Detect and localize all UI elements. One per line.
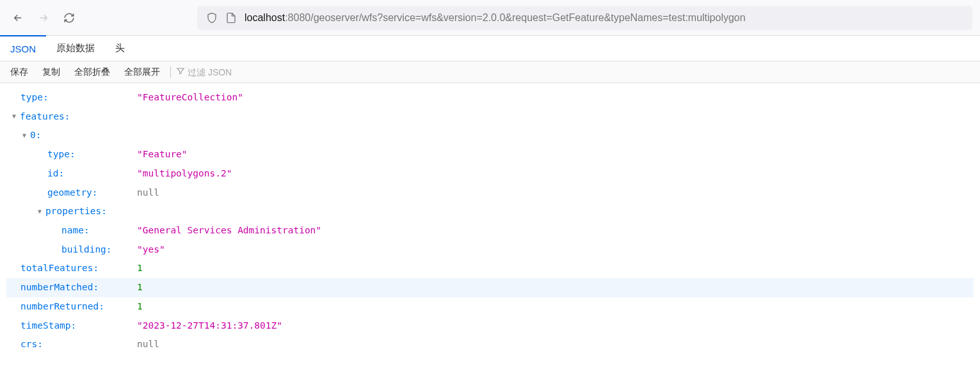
json-row[interactable]: geometry: null [6, 184, 974, 203]
json-row[interactable]: type: "Feature" [6, 145, 974, 164]
json-key: building [61, 240, 106, 260]
json-key: totalFeatures [20, 259, 93, 278]
back-icon[interactable] [12, 12, 24, 24]
tab-raw[interactable]: 原始数据 [46, 35, 105, 61]
url-text: localhost:8080/geoserver/wfs?service=wfs… [245, 12, 746, 24]
url-host: localhost [245, 12, 285, 23]
json-tree: type: "FeatureCollection" ▼ features: ▼ … [0, 83, 980, 359]
json-row[interactable]: building: "yes" [6, 240, 974, 260]
json-row[interactable]: ▼ features: [6, 107, 974, 127]
filter-input[interactable] [188, 67, 264, 77]
json-key: numberReturned [20, 297, 99, 316]
copy-button[interactable]: 复制 [36, 61, 67, 82]
collapse-all-button[interactable]: 全部折叠 [68, 61, 116, 82]
expand-all-button[interactable]: 全部展开 [118, 61, 166, 82]
chevron-down-icon[interactable]: ▼ [36, 205, 44, 219]
json-row[interactable]: id: "multipolygons.2" [6, 164, 974, 184]
page-icon [225, 12, 237, 24]
url-rest: :8080/geoserver/wfs?service=wfs&version=… [285, 12, 746, 23]
viewer-tabs: JSON 原始数据 头 [0, 36, 980, 61]
json-key: crs [20, 335, 37, 354]
json-value: 1 [137, 297, 143, 316]
tab-json[interactable]: JSON [0, 35, 46, 61]
json-row[interactable]: crs: null [6, 335, 974, 354]
json-value: "2023-12-27T14:31:37.801Z" [137, 316, 282, 336]
json-value: 1 [137, 278, 143, 297]
chevron-down-icon[interactable]: ▼ [20, 129, 28, 143]
json-key: id [47, 164, 58, 184]
reload-icon[interactable] [63, 12, 76, 24]
json-key: type [20, 88, 43, 107]
json-value: null [137, 184, 159, 203]
json-value: "yes" [137, 240, 165, 260]
json-row[interactable]: name: "General Services Administration" [6, 221, 974, 240]
json-value: 1 [137, 259, 143, 278]
json-value: "multipolygons.2" [137, 164, 232, 184]
json-key: features [20, 107, 65, 127]
save-button[interactable]: 保存 [4, 61, 35, 82]
json-key: name [61, 221, 84, 240]
tab-headers[interactable]: 头 [105, 35, 135, 61]
browser-toolbar: localhost:8080/geoserver/wfs?service=wfs… [0, 0, 980, 36]
json-row[interactable]: ▼ properties: [6, 202, 974, 221]
json-key: type [47, 145, 70, 164]
json-row[interactable]: numberMatched: 1 [6, 278, 974, 297]
json-action-bar: 保存 复制 全部折叠 全部展开 [0, 61, 980, 83]
json-key: geometry [47, 184, 92, 203]
address-bar[interactable]: localhost:8080/geoserver/wfs?service=wfs… [197, 6, 972, 30]
funnel-icon [176, 66, 185, 77]
filter-wrap [175, 66, 264, 77]
json-value: "General Services Administration" [137, 221, 321, 240]
json-row[interactable]: ▼ 0: [6, 126, 974, 145]
json-key: timeStamp [20, 316, 71, 336]
json-row[interactable]: numberReturned: 1 [6, 297, 974, 316]
json-value: "Feature" [137, 145, 188, 164]
json-row[interactable]: type: "FeatureCollection" [6, 88, 974, 107]
shield-icon [206, 12, 218, 24]
divider [170, 66, 171, 78]
json-key: numberMatched [20, 278, 93, 297]
json-value: "FeatureCollection" [137, 88, 243, 107]
nav-buttons [8, 12, 76, 24]
json-key: properties [45, 202, 101, 221]
json-value: null [137, 335, 159, 354]
json-row[interactable]: totalFeatures: 1 [6, 259, 974, 278]
json-row[interactable]: timeStamp: "2023-12-27T14:31:37.801Z" [6, 316, 974, 336]
chevron-down-icon[interactable]: ▼ [10, 110, 18, 123]
json-key: 0 [30, 126, 36, 145]
forward-icon[interactable] [37, 12, 50, 24]
